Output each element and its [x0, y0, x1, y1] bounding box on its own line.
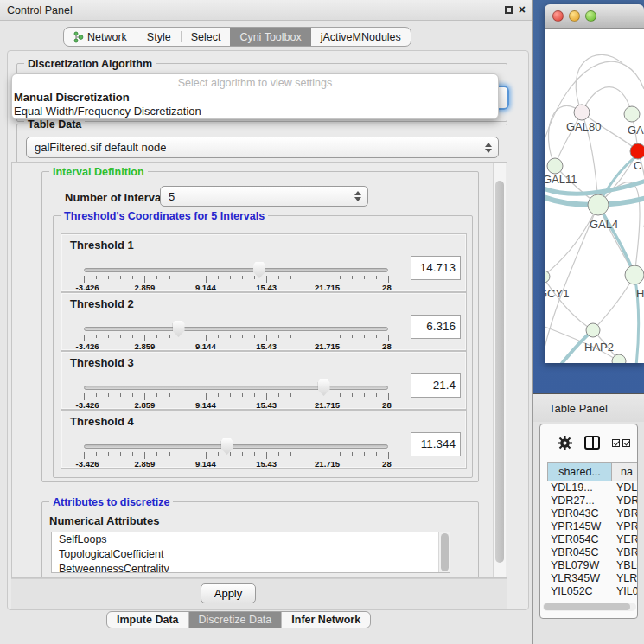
tab-discretize-data[interactable]: Discretize Data: [188, 612, 282, 628]
table-row[interactable]: YBR045CYBR0: [547, 546, 638, 559]
slider-tick-labels: -3.4262.8599.14415.4321.71528: [84, 283, 388, 291]
horizontal-scrollbar[interactable]: [543, 603, 636, 611]
network-window-titlebar[interactable]: [545, 4, 644, 29]
network-node[interactable]: [588, 194, 609, 215]
option-equal-width-frequency[interactable]: Equal Width/Frequency Discretization: [12, 105, 498, 118]
list-scrollbar[interactable]: [438, 532, 450, 572]
cell-shared-name[interactable]: YLR345W: [547, 572, 612, 585]
table-row[interactable]: YER054CYER0: [547, 533, 638, 546]
attribute-list-item[interactable]: TopologicalCoefficient: [52, 547, 450, 562]
threshold-value-field[interactable]: 6.316: [411, 315, 461, 339]
attribute-list-item[interactable]: BetweennessCentrality: [52, 562, 450, 573]
cell-name[interactable]: YIL0: [612, 585, 638, 598]
tick-mark: [120, 335, 121, 338]
cell-shared-name[interactable]: YDR27...: [547, 494, 612, 507]
column-header-shared-name[interactable]: shared...: [547, 462, 612, 481]
network-node[interactable]: [545, 271, 550, 283]
tick-mark: [328, 335, 328, 341]
number-of-intervals-combobox[interactable]: 5: [160, 186, 368, 207]
table-row[interactable]: YLR345WYLR3: [547, 572, 638, 585]
cell-name[interactable]: YBR0: [612, 507, 638, 520]
cell-shared-name[interactable]: YBL079W: [547, 559, 612, 572]
tab-select[interactable]: Select: [182, 28, 231, 46]
network-node[interactable]: [630, 143, 644, 159]
apply-button[interactable]: Apply: [201, 583, 256, 603]
tab-network[interactable]: Network: [64, 28, 137, 46]
cell-name[interactable]: YER0: [612, 533, 638, 546]
option-manual-discretization[interactable]: Manual Discretization: [12, 91, 498, 105]
table-row[interactable]: YBL079WYBL0: [547, 559, 638, 572]
tick-mark: [156, 452, 157, 456]
network-node[interactable]: [547, 158, 563, 174]
network-node[interactable]: [624, 106, 640, 122]
network-canvas[interactable]: GAL80GACGAL11GAL4HGCY1HAP2: [545, 29, 644, 363]
cell-shared-name[interactable]: YDL19...: [547, 481, 612, 494]
tick-label: 15.43: [256, 459, 277, 469]
panel-title: Control Panel: [7, 4, 73, 16]
cell-shared-name[interactable]: YBR045C: [547, 546, 612, 559]
table-row[interactable]: YIL052CYIL0: [547, 585, 638, 598]
threshold-value-field[interactable]: 14.713: [411, 256, 461, 280]
network-node[interactable]: [586, 323, 600, 337]
tick-label: 2.859: [135, 459, 156, 469]
cell-shared-name[interactable]: YER054C: [547, 533, 612, 546]
cell-name[interactable]: YDL1: [612, 481, 638, 494]
table-row[interactable]: YDL19...YDL1: [547, 481, 638, 494]
tab-cyni-toolbox[interactable]: Cyni Toolbox: [230, 28, 310, 46]
table-data-value: galFiltered.sif default node: [35, 141, 166, 154]
threshold-panel: Threshold 2 -3.4262.8599.14415.4321.7152…: [61, 292, 467, 351]
table-row[interactable]: YDR27...YDR2: [547, 494, 638, 507]
table-row[interactable]: YBR043CYBR0: [547, 507, 638, 520]
cell-name[interactable]: YDR2: [612, 494, 638, 507]
threshold-slider[interactable]: [84, 327, 388, 331]
network-graph: GAL80GACGAL11GAL4HGCY1HAP2: [545, 29, 644, 363]
cell-name[interactable]: YPR1: [612, 520, 638, 533]
tick-mark: [194, 452, 194, 456]
cell-shared-name[interactable]: YBR043C: [547, 507, 612, 520]
float-window-icon[interactable]: [505, 6, 513, 14]
minimize-traffic-light[interactable]: [569, 10, 580, 22]
zoom-traffic-light[interactable]: [585, 10, 596, 22]
cell-name[interactable]: YLR3: [612, 572, 638, 585]
tab-style[interactable]: Style: [137, 28, 181, 46]
cell-shared-name[interactable]: YIL052C: [547, 585, 612, 598]
cell-shared-name[interactable]: YPR145W: [547, 520, 612, 533]
tick-label: 9.144: [195, 341, 216, 351]
close-icon[interactable]: ×: [519, 6, 526, 14]
network-node[interactable]: [625, 265, 644, 284]
node-label: H: [636, 287, 644, 300]
main-scrollbar[interactable]: [493, 163, 506, 578]
threshold-slider[interactable]: [84, 386, 388, 390]
tab-jactivemnodules[interactable]: jActiveMNodules: [311, 28, 411, 46]
split-panel-icon[interactable]: [584, 436, 600, 450]
threshold-value-field[interactable]: 11.344: [411, 432, 461, 456]
attribute-list-item[interactable]: SelfLoops: [52, 532, 450, 547]
close-traffic-light[interactable]: [552, 10, 564, 22]
table-data-combobox[interactable]: galFiltered.sif default node: [26, 137, 499, 158]
tab-impute-data[interactable]: Impute Data: [107, 612, 188, 628]
table-row[interactable]: YPR145WYPR1: [547, 520, 638, 533]
tick-mark: [242, 452, 243, 456]
threshold-value-field[interactable]: 21.4: [411, 373, 461, 398]
column-visibility-icon[interactable]: [612, 439, 630, 447]
horizontal-scrollbar-thumb[interactable]: [544, 603, 630, 610]
cell-name[interactable]: YBL0: [612, 559, 638, 572]
tick-mark: [316, 393, 316, 397]
tick-mark: [206, 452, 207, 459]
tick-mark: [132, 276, 133, 279]
tab-infer-network[interactable]: Infer Network: [281, 612, 370, 628]
tick-mark: [230, 393, 231, 397]
tick-mark: [242, 393, 243, 397]
list-scrollbar-thumb[interactable]: [441, 533, 449, 571]
tick-label: 21.715: [315, 400, 340, 410]
tick-mark: [352, 335, 353, 338]
column-header-name[interactable]: na: [612, 462, 638, 481]
network-view-window: GAL80GACGAL11GAL4HGCY1HAP2: [545, 4, 644, 363]
numerical-attributes-list: SelfLoopsTopologicalCoefficientBetweenne…: [51, 532, 450, 573]
gear-icon[interactable]: [558, 436, 572, 450]
threshold-slider[interactable]: [84, 444, 388, 449]
network-node[interactable]: [574, 105, 590, 120]
cell-name[interactable]: YBR0: [612, 546, 638, 559]
threshold-slider[interactable]: [84, 268, 388, 272]
main-scrollbar-thumb[interactable]: [495, 181, 504, 563]
